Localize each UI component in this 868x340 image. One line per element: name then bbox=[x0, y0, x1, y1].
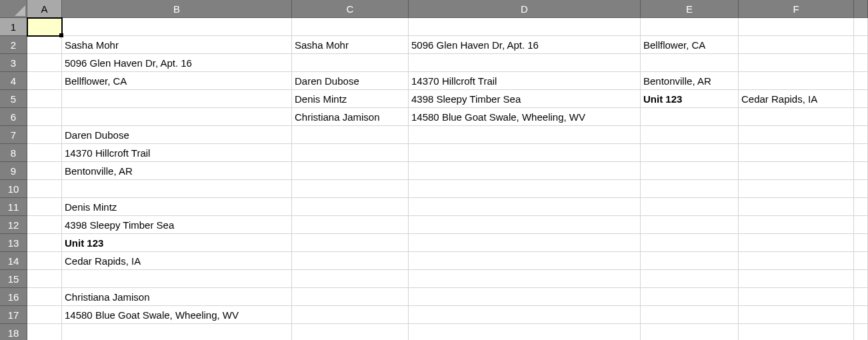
row-header-17[interactable]: 17 bbox=[0, 306, 27, 324]
cell-A1[interactable] bbox=[27, 18, 62, 36]
cell-x13[interactable] bbox=[854, 234, 868, 252]
cell-B14[interactable]: Cedar Rapids, IA bbox=[62, 252, 292, 270]
cell-E15[interactable] bbox=[641, 270, 739, 288]
cell-A15[interactable] bbox=[27, 270, 62, 288]
cell-F11[interactable] bbox=[739, 198, 854, 216]
cell-D7[interactable] bbox=[409, 126, 641, 144]
col-header-F[interactable]: F bbox=[739, 0, 854, 18]
cell-A17[interactable] bbox=[27, 306, 62, 324]
cell-E8[interactable] bbox=[641, 144, 739, 162]
cell-x4[interactable] bbox=[854, 72, 868, 90]
cell-E11[interactable] bbox=[641, 198, 739, 216]
cell-C18[interactable] bbox=[292, 324, 409, 340]
row-header-2[interactable]: 2 bbox=[0, 36, 27, 54]
cell-F17[interactable] bbox=[739, 306, 854, 324]
cell-B4[interactable]: Bellflower, CA bbox=[62, 72, 292, 90]
cell-F8[interactable] bbox=[739, 144, 854, 162]
cell-x5[interactable] bbox=[854, 90, 868, 108]
cell-C14[interactable] bbox=[292, 252, 409, 270]
cell-E12[interactable] bbox=[641, 216, 739, 234]
cell-B6[interactable] bbox=[62, 108, 292, 126]
cell-B11[interactable]: Denis Mintz bbox=[62, 198, 292, 216]
cell-C11[interactable] bbox=[292, 198, 409, 216]
col-header-A[interactable]: A bbox=[27, 0, 62, 18]
cell-A10[interactable] bbox=[27, 180, 62, 198]
col-header-E[interactable]: E bbox=[641, 0, 739, 18]
cell-x17[interactable] bbox=[854, 306, 868, 324]
cell-F9[interactable] bbox=[739, 162, 854, 180]
cell-F18[interactable] bbox=[739, 324, 854, 340]
row-header-18[interactable]: 18 bbox=[0, 324, 27, 340]
row-header-9[interactable]: 9 bbox=[0, 162, 27, 180]
cell-x12[interactable] bbox=[854, 216, 868, 234]
cell-C2[interactable]: Sasha Mohr bbox=[292, 36, 409, 54]
cell-F6[interactable] bbox=[739, 108, 854, 126]
row-header-8[interactable]: 8 bbox=[0, 144, 27, 162]
cell-A7[interactable] bbox=[27, 126, 62, 144]
cell-E10[interactable] bbox=[641, 180, 739, 198]
row-header-5[interactable]: 5 bbox=[0, 90, 27, 108]
cell-D11[interactable] bbox=[409, 198, 641, 216]
cell-C4[interactable]: Daren Dubose bbox=[292, 72, 409, 90]
cell-E18[interactable] bbox=[641, 324, 739, 340]
cell-C17[interactable] bbox=[292, 306, 409, 324]
cell-F5[interactable]: Cedar Rapids, IA bbox=[739, 90, 854, 108]
cell-B12[interactable]: 4398 Sleepy Timber Sea bbox=[62, 216, 292, 234]
cell-D16[interactable] bbox=[409, 288, 641, 306]
row-header-11[interactable]: 11 bbox=[0, 198, 27, 216]
cell-x2[interactable] bbox=[854, 36, 868, 54]
cell-F10[interactable] bbox=[739, 180, 854, 198]
cell-C3[interactable] bbox=[292, 54, 409, 72]
cell-x15[interactable] bbox=[854, 270, 868, 288]
cell-E2[interactable]: Bellflower, CA bbox=[641, 36, 739, 54]
cell-E13[interactable] bbox=[641, 234, 739, 252]
cell-B18[interactable] bbox=[62, 324, 292, 340]
cell-D18[interactable] bbox=[409, 324, 641, 340]
cell-C6[interactable]: Christiana Jamison bbox=[292, 108, 409, 126]
cell-F4[interactable] bbox=[739, 72, 854, 90]
cell-F15[interactable] bbox=[739, 270, 854, 288]
cell-D9[interactable] bbox=[409, 162, 641, 180]
row-header-7[interactable]: 7 bbox=[0, 126, 27, 144]
cell-C15[interactable] bbox=[292, 270, 409, 288]
cell-F2[interactable] bbox=[739, 36, 854, 54]
cell-F3[interactable] bbox=[739, 54, 854, 72]
cell-E16[interactable] bbox=[641, 288, 739, 306]
cell-A18[interactable] bbox=[27, 324, 62, 340]
cell-D5[interactable]: 4398 Sleepy Timber Sea bbox=[409, 90, 641, 108]
cell-C1[interactable] bbox=[292, 18, 409, 36]
cell-A2[interactable] bbox=[27, 36, 62, 54]
cell-A4[interactable] bbox=[27, 72, 62, 90]
row-header-4[interactable]: 4 bbox=[0, 72, 27, 90]
cell-A6[interactable] bbox=[27, 108, 62, 126]
cell-A13[interactable] bbox=[27, 234, 62, 252]
cell-D1[interactable] bbox=[409, 18, 641, 36]
row-header-6[interactable]: 6 bbox=[0, 108, 27, 126]
cell-D12[interactable] bbox=[409, 216, 641, 234]
cell-x11[interactable] bbox=[854, 198, 868, 216]
cell-D17[interactable] bbox=[409, 306, 641, 324]
spreadsheet-grid[interactable]: ABCDEF12Sasha MohrSasha Mohr5096 Glen Ha… bbox=[0, 0, 868, 340]
cell-C13[interactable] bbox=[292, 234, 409, 252]
cell-x7[interactable] bbox=[854, 126, 868, 144]
cell-x6[interactable] bbox=[854, 108, 868, 126]
cell-F14[interactable] bbox=[739, 252, 854, 270]
cell-D4[interactable]: 14370 Hillcroft Trail bbox=[409, 72, 641, 90]
cell-C10[interactable] bbox=[292, 180, 409, 198]
cell-A3[interactable] bbox=[27, 54, 62, 72]
cell-E5[interactable]: Unit 123 bbox=[641, 90, 739, 108]
cell-x9[interactable] bbox=[854, 162, 868, 180]
cell-A11[interactable] bbox=[27, 198, 62, 216]
cell-A16[interactable] bbox=[27, 288, 62, 306]
cell-E4[interactable]: Bentonville, AR bbox=[641, 72, 739, 90]
cell-B13[interactable]: Unit 123 bbox=[62, 234, 292, 252]
cell-D6[interactable]: 14580 Blue Goat Swale, Wheeling, WV bbox=[409, 108, 641, 126]
cell-C16[interactable] bbox=[292, 288, 409, 306]
row-header-12[interactable]: 12 bbox=[0, 216, 27, 234]
col-header-D[interactable]: D bbox=[409, 0, 641, 18]
cell-C5[interactable]: Denis Mintz bbox=[292, 90, 409, 108]
cell-x10[interactable] bbox=[854, 180, 868, 198]
cell-E7[interactable] bbox=[641, 126, 739, 144]
cell-x8[interactable] bbox=[854, 144, 868, 162]
cell-B15[interactable] bbox=[62, 270, 292, 288]
